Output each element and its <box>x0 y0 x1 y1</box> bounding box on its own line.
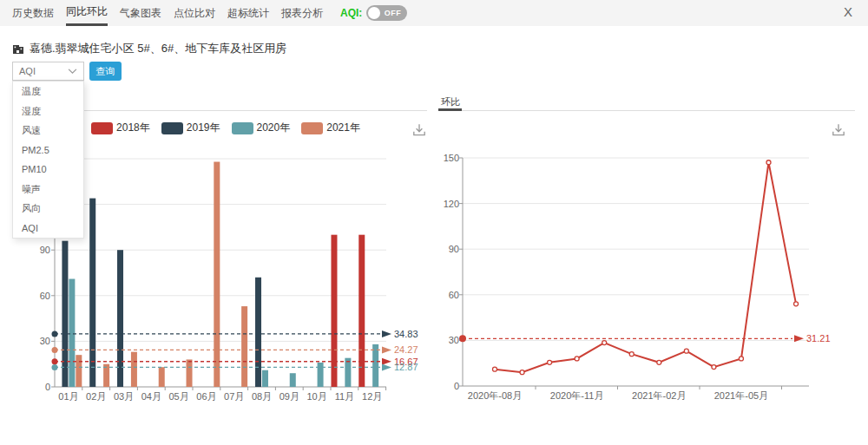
y-tick-label: 90 <box>449 244 459 254</box>
x-tick-label: 2021年-02月 <box>632 390 686 401</box>
bar-2019年-08月 <box>255 278 261 387</box>
avg-line-value: 24.27 <box>394 344 418 355</box>
download-icon[interactable] <box>411 122 427 138</box>
legend-item-2018年[interactable]: 2018年 <box>91 121 150 135</box>
aqi-toggle[interactable]: OFF <box>366 5 407 21</box>
tab-huanbi-underline <box>438 108 462 111</box>
bar-2020年-08月 <box>262 370 268 387</box>
mark-line-value: 31.21 <box>806 333 831 344</box>
x-tick-label: 2021年-05月 <box>714 390 768 401</box>
nav-item-report-analysis[interactable]: 报表分析 <box>281 0 323 26</box>
yoy-bar-chart: 030609012015001月02月03月04月05月06月07月08月09月… <box>35 139 434 408</box>
legend-item-2020年[interactable]: 2020年 <box>232 121 291 135</box>
data-point-4 <box>602 341 607 345</box>
close-button[interactable]: X <box>844 4 852 19</box>
data-point-1 <box>520 370 524 375</box>
legend-swatch <box>232 122 253 134</box>
bar-2020年-11月 <box>345 358 351 387</box>
data-point-5 <box>629 352 634 357</box>
toggle-state-text: OFF <box>385 5 402 21</box>
legend-swatch <box>301 122 323 134</box>
nav-item-yoy-mom[interactable]: 同比环比 <box>66 0 108 26</box>
x-tick-label: 04月 <box>141 391 161 402</box>
dropdown-option-pm10[interactable]: PM10 <box>13 160 83 180</box>
metric-dropdown-menu: 温度湿度风速PM2.5PM10噪声风向AQI <box>12 81 84 239</box>
metric-select-value: AQI <box>19 66 36 76</box>
data-point-10 <box>766 160 771 165</box>
data-point-2 <box>548 360 552 364</box>
legend-label: 2020年 <box>257 121 291 135</box>
nav-item-history-data[interactable]: 历史数据 <box>12 0 54 26</box>
download-icon[interactable] <box>831 122 846 138</box>
data-point-11 <box>794 302 799 306</box>
y-tick-label: 0 <box>454 381 459 391</box>
legend-swatch <box>161 122 183 134</box>
top-nav: 历史数据同比环比气象图表点位比对超标统计报表分析 AQI: OFF <box>0 0 868 26</box>
station-title-row: 嘉德.翡翠城住宅小区 5#、6#、地下车库及社区用房 <box>12 41 286 56</box>
x-tick-label: 01月 <box>58 391 78 402</box>
dropdown-option-humidity[interactable]: 湿度 <box>13 101 83 121</box>
x-tick-label: 09月 <box>279 391 299 402</box>
bar-2020年-12月 <box>372 344 378 387</box>
aqi-toggle-label: AQI: <box>340 7 362 19</box>
x-tick-label: 10月 <box>306 391 326 402</box>
data-point-7 <box>684 349 688 353</box>
bar-2020年-10月 <box>318 363 324 387</box>
x-tick-label: 11月 <box>335 391 354 402</box>
avg-line-dot <box>52 330 58 337</box>
nav-item-point-compare[interactable]: 点位比对 <box>174 0 215 26</box>
x-tick-label: 12月 <box>362 391 382 402</box>
x-tick-label: 2020年-11月 <box>550 390 604 401</box>
avg-line-dot <box>52 347 58 353</box>
y-tick-label: 120 <box>444 199 459 209</box>
avg-line-arrow <box>382 363 391 370</box>
dropdown-option-noise[interactable]: 噪声 <box>13 180 83 200</box>
right-panel-tabline <box>438 110 855 111</box>
x-tick-label: 03月 <box>114 391 134 402</box>
bar-2019年-01月 <box>62 241 68 387</box>
aqi-toggle-group: AQI: OFF <box>340 0 407 26</box>
y-tick-label: 60 <box>449 290 459 300</box>
dropdown-option-wind-speed[interactable]: 风速 <box>13 121 83 141</box>
y-tick-label: 30 <box>449 335 459 345</box>
nav-item-weather-chart[interactable]: 气象图表 <box>120 0 161 26</box>
bar-2021年-06月 <box>214 162 220 387</box>
toggle-knob <box>368 7 380 19</box>
legend-item-2019年[interactable]: 2019年 <box>161 121 220 135</box>
avg-line-dot <box>52 358 58 364</box>
dropdown-option-aqi[interactable]: AQI <box>13 219 83 239</box>
data-point-8 <box>712 365 716 370</box>
bar-2021年-03月 <box>131 352 137 387</box>
bar-2020年-01月 <box>69 279 75 387</box>
avg-line-arrow <box>382 346 391 353</box>
query-button[interactable]: 查询 <box>89 62 122 81</box>
mark-line-arrow <box>794 335 804 342</box>
y-tick-label: 90 <box>40 245 50 255</box>
x-tick-label: 06月 <box>196 391 216 402</box>
x-tick-label: 2020年-08月 <box>468 390 522 401</box>
legend-swatch <box>91 122 113 134</box>
x-tick-label: 05月 <box>168 391 188 402</box>
bar-2021年-01月 <box>76 355 82 387</box>
bar-2018年-12月 <box>358 235 365 387</box>
legend-item-2021年[interactable]: 2021年 <box>301 121 360 135</box>
avg-line-dot <box>52 364 58 370</box>
dropdown-option-temperature[interactable]: 温度 <box>13 82 83 101</box>
data-point-6 <box>657 360 661 364</box>
data-point-3 <box>575 357 579 361</box>
chart-legend: 2018年2019年2020年2021年 <box>35 121 417 135</box>
metric-select[interactable]: AQI <box>12 62 84 81</box>
nav-item-exceed-stats[interactable]: 超标统计 <box>227 0 269 26</box>
mom-line-chart: 03060901201502020年-08月2020年-11月2021年-02月… <box>438 139 864 408</box>
station-title: 嘉德.翡翠城住宅小区 5#、6#、地下车库及社区用房 <box>30 41 286 56</box>
bar-2019年-03月 <box>117 250 123 387</box>
tab-huanbi[interactable]: 环比 <box>441 95 460 108</box>
y-tick-label: 60 <box>40 291 50 301</box>
avg-line-value: 34.83 <box>394 329 418 339</box>
avg-line-value: 12.87 <box>394 362 418 372</box>
building-icon <box>12 43 24 55</box>
dropdown-option-wind-direction[interactable]: 风向 <box>13 199 83 219</box>
x-tick-label: 08月 <box>252 391 272 402</box>
y-tick-label: 30 <box>40 336 50 346</box>
dropdown-option-pm25[interactable]: PM2.5 <box>13 141 83 160</box>
